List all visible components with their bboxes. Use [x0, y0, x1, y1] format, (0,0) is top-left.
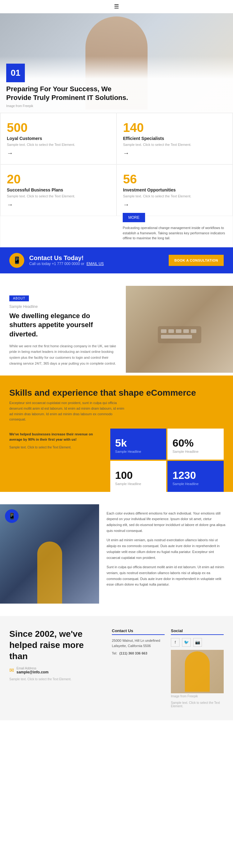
about-image-placeholder — [126, 286, 233, 373]
stat-text-2: Sample text. Click to select the Text El… — [123, 143, 226, 147]
hero-number: 01 — [6, 64, 25, 82]
header: ☰ — [0, 0, 233, 13]
stat-arrow-4[interactable]: → — [123, 201, 226, 208]
social-icons-row: f 🐦 📷 — [171, 638, 224, 647]
img-text-para-3: Sunt in culpa qui officia deserunt molli… — [107, 564, 226, 587]
book-consultation-button[interactable]: BOOK A CONSULTATION — [169, 255, 224, 266]
skill-label-4: Sample Headline — [172, 482, 199, 486]
stat-number-1: 500 — [7, 121, 110, 135]
email-us-link[interactable]: EMAIL US — [86, 261, 104, 266]
svg-rect-2 — [168, 329, 174, 333]
skill-box-4: 1230 Sample Headline — [168, 461, 224, 492]
stat-box-3: 20 Successful Business Plans Sample text… — [0, 164, 117, 216]
svg-rect-6 — [161, 335, 192, 339]
since-sample-text: Sample text. Click to select the Text El… — [9, 678, 103, 681]
since-image-placeholder — [171, 650, 224, 693]
since-email-block: Email Address sample@info.com — [17, 666, 49, 674]
contact-bar: 📱 Contact Us Today! Call us today +1 777… — [0, 247, 233, 273]
since-email-row: ✉ Email Address sample@info.com — [9, 666, 103, 674]
skills-grid-wrapper: We've helped businesses increase their r… — [9, 429, 224, 492]
stat-box-4: 56 Investment Opportunities Sample text.… — [117, 164, 233, 216]
stat-box-1: 500 Loyal Customers Sample text. Click t… — [0, 113, 117, 164]
stats-section: 500 Loyal Customers Sample text. Click t… — [0, 113, 233, 247]
skill-box-3: 100 Sample Headline — [110, 461, 167, 492]
img-text-section: 📱 Each color evokes different emotions f… — [0, 492, 233, 616]
about-body: While we were not the first home cleanin… — [9, 343, 117, 367]
skill-number-3: 100 — [115, 469, 133, 481]
skill-label-3: Sample Headline — [115, 482, 141, 486]
instagram-icon[interactable]: 📷 — [193, 638, 202, 647]
contact-bar-text: Contact Us Today! Call us today +1 777 0… — [29, 254, 104, 266]
stat-number-4: 56 — [123, 172, 226, 186]
img-text-right: Each color evokes different emotions for… — [99, 504, 233, 603]
skills-section: Skills and experience that shape eCommer… — [0, 375, 233, 492]
hero-caption: Image from Freepik — [6, 104, 227, 108]
twitter-icon[interactable]: 🐦 — [182, 638, 191, 647]
since-title: Since 2002, we've helped raise more than — [9, 628, 103, 662]
stat-box-2: 140 Efficient Specialists Sample text. C… — [117, 113, 233, 164]
stat-arrow-2[interactable]: → — [123, 150, 226, 157]
contact-bar-left: 📱 Contact Us Today! Call us today +1 777… — [9, 253, 104, 268]
stat-text-1: Sample text. Click to select the Text El… — [7, 143, 110, 147]
tel-label: Tel: — [112, 651, 117, 655]
skill-number-1: 5k — [115, 437, 127, 449]
svg-rect-3 — [176, 329, 181, 333]
stat-number-3: 20 — [7, 172, 110, 186]
about-image — [126, 286, 233, 376]
since-bottom-sample: Sample text. Click to select the Text El… — [171, 701, 224, 708]
since-tel: Tel: (111) 360 336 663 — [112, 651, 165, 656]
svg-rect-1 — [161, 329, 167, 333]
skill-label-2: Sample Headline — [172, 450, 199, 454]
img-text-para-2: Ut enim ad minim veniam, quis nostrud ex… — [107, 537, 226, 560]
since-email-label: Email Address — [17, 666, 49, 670]
svg-rect-4 — [183, 329, 189, 333]
more-button[interactable]: MORE — [123, 213, 145, 222]
stat-text-4: Sample text. Click to select the Text El… — [123, 194, 226, 198]
stat-number-2: 140 — [123, 121, 226, 135]
stat-arrow-3[interactable]: → — [7, 201, 110, 208]
svg-rect-0 — [158, 326, 201, 343]
since-right: Contact Us 25000 Walnut, Hill Ln undefin… — [112, 628, 224, 708]
contact-bar-sub-text: Call us today +1 777 000 0000 or — [29, 261, 84, 266]
hero-overlay: 01 Preparing For Your Success, We Provid… — [0, 56, 233, 113]
hero-section: 01 Preparing For Your Success, We Provid… — [0, 13, 233, 113]
stat-text-3: Sample text. Click to select the Text El… — [7, 194, 110, 198]
stat-label-4: Investment Opportunities — [123, 187, 226, 192]
since-contact-title: Contact Us — [112, 628, 165, 635]
skill-label-1: Sample Headline — [115, 450, 141, 454]
skill-number-4: 1230 — [172, 469, 196, 481]
since-section: Since 2002, we've helped raise more than… — [0, 616, 233, 720]
skills-grid: 5k Sample Headline 60% Sample Headline 1… — [110, 429, 224, 492]
skill-box-2: 60% Sample Headline — [168, 429, 224, 460]
since-social-col: Social f 🐦 📷 Image from Freepik Sample t… — [171, 628, 224, 708]
since-social-title: Social — [171, 628, 224, 635]
stat-label-1: Loyal Customers — [7, 136, 110, 141]
since-contact-col: Contact Us 25000 Walnut, Hill Ln undefin… — [112, 628, 165, 708]
hamburger-menu-icon[interactable]: ☰ — [114, 3, 119, 10]
stat-arrow-1[interactable]: → — [7, 150, 110, 157]
hero-title: Preparing For Your Success, We Provide T… — [6, 85, 137, 102]
since-email: sample@info.com — [17, 670, 49, 674]
skills-left-text: We've helped businesses increase their r… — [9, 429, 104, 492]
skills-sub: Excepteur sint occaecat cupidatat non pr… — [9, 400, 127, 422]
phone-icon-circle: 📱 — [5, 509, 19, 523]
tel-number: (111) 360 336 663 — [119, 651, 147, 655]
about-tag: ABOUT — [9, 296, 29, 301]
facebook-icon[interactable]: f — [171, 638, 180, 647]
keyboard-illustration — [152, 314, 207, 345]
contact-bar-title: Contact Us Today! — [29, 254, 104, 261]
stat-label-2: Efficient Specialists — [123, 136, 226, 141]
phone-icon: 📱 — [8, 513, 16, 520]
person-silhouette — [37, 541, 62, 603]
skill-box-1: 5k Sample Headline — [110, 429, 167, 460]
since-left: Since 2002, we've helped raise more than… — [9, 628, 112, 708]
skill-number-2: 60% — [172, 437, 194, 449]
skills-left-main: We've helped businesses increase their r… — [9, 432, 104, 442]
img-text-para-1: Each color evokes different emotions for… — [107, 510, 226, 534]
svg-rect-5 — [191, 329, 196, 333]
about-small-headline: Sample Headline — [9, 304, 117, 309]
since-person-shape — [185, 651, 210, 692]
skills-left-sub: Sample text. Click to select the Text El… — [9, 445, 104, 450]
skills-title: Skills and experience that shape eCommer… — [9, 388, 224, 398]
contact-phone-icon: 📱 — [9, 253, 24, 268]
